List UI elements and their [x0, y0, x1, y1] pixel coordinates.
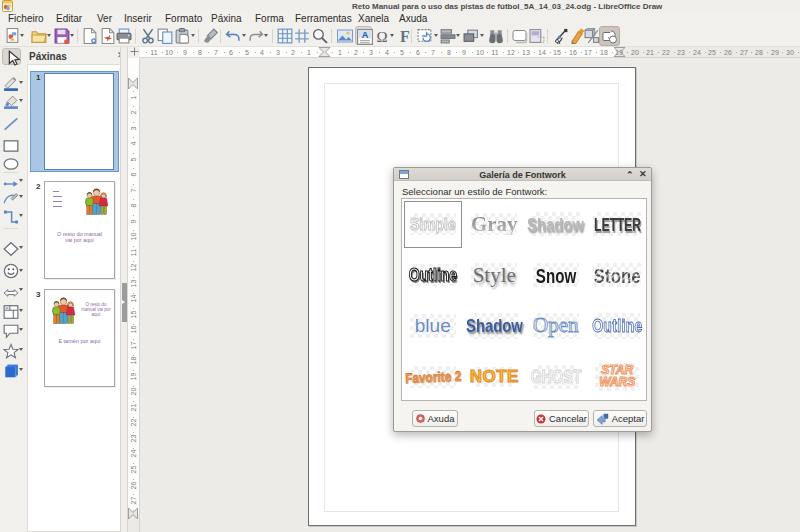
- svg-text:F: F: [400, 28, 410, 44]
- svg-text:A: A: [362, 30, 369, 40]
- svg-text:Ω: Ω: [376, 29, 387, 44]
